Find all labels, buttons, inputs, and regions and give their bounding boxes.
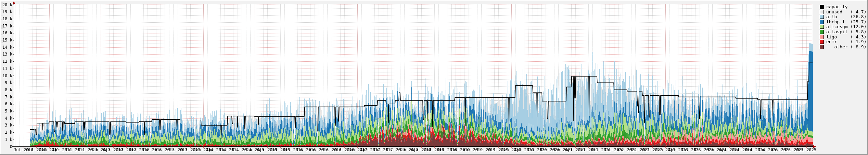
legend-series-share: (36.8): [851, 14, 867, 19]
legend-item-other: other( 8.9): [820, 45, 866, 49]
legend-swatch-atlaspil: [820, 30, 824, 34]
legend-item-ligo: ligo( 4.3): [820, 35, 866, 39]
y-axis-tick-label: 13 k: [0, 52, 12, 56]
chart-canvas: [0, 0, 868, 155]
x-axis-tick-label: Oct-2025: [796, 148, 816, 152]
y-axis-tick-label: 20 k: [0, 3, 12, 7]
y-axis-tick-label: 10 k: [0, 74, 12, 78]
legend-label: lhcbpil(25.7): [826, 20, 866, 24]
y-axis-tick-label: 16 k: [0, 31, 12, 35]
legend-series-name: unused: [826, 10, 851, 14]
y-axis-tick-label: 3 k: [0, 123, 12, 127]
legend-item-enmr: enmr( 1.9): [820, 39, 866, 44]
legend-series-share: ( 8.9): [851, 44, 867, 49]
legend-series-name: enmr: [826, 39, 851, 44]
y-axis-tick-label: 2 k: [0, 130, 12, 134]
y-axis-tick-label: 17 k: [0, 24, 12, 28]
legend-label: alicesgm(12.0): [826, 24, 866, 29]
y-axis-tick-label: 19 k: [0, 10, 12, 14]
legend-label: unused( 4.7): [826, 10, 866, 14]
y-axis-tick-label: 7 k: [0, 95, 12, 99]
legend-series-name: atlaspil: [826, 29, 851, 34]
y-axis-tick-label: 0: [0, 145, 12, 149]
legend-series-name: other: [826, 45, 851, 49]
legend-series-name: capacity: [826, 4, 851, 9]
legend-series-share: ( 5.8): [851, 29, 867, 34]
legend-item-alicesgm: alicesgm(12.0): [820, 24, 866, 29]
legend-label: ligo( 4.3): [826, 35, 866, 39]
legend-item-lhcbpil: lhcbpil(25.7): [820, 20, 866, 24]
y-axis-tick-label: 4 k: [0, 116, 12, 120]
legend-swatch-alicesgm: [820, 25, 824, 29]
y-axis-tick-label: 9 k: [0, 81, 12, 85]
legend-label: other( 8.9): [826, 45, 866, 49]
legend-series-name: alicesgm: [826, 24, 851, 29]
legend-item-atlaspil: atlaspil( 5.8): [820, 29, 866, 34]
legend-swatch-unused: [820, 10, 824, 14]
legend-swatch-enmr: [820, 40, 824, 44]
legend-swatch-lhcbpil: [820, 20, 824, 24]
legend-series-name: atlb: [826, 14, 851, 19]
y-axis-tick-label: 12 k: [0, 59, 12, 63]
y-axis-tick-label: 8 k: [0, 88, 12, 92]
legend-series-share: (12.0): [851, 24, 867, 29]
legend-item-atlb: atlb(36.8): [820, 14, 866, 19]
legend-label: capacity: [826, 4, 851, 9]
legend-series-name: lhcbpil: [826, 20, 851, 24]
y-axis-tick-label: 11 k: [0, 67, 12, 71]
legend-series-share: ( 4.3): [851, 34, 867, 39]
legend-label: atlaspil( 5.8): [826, 29, 866, 34]
legend-swatch-other: [820, 45, 824, 49]
legend-series-share: ( 1.9): [851, 39, 867, 44]
legend-label: enmr( 1.9): [826, 39, 866, 44]
legend-series-share: (25.7): [851, 19, 867, 24]
legend-series-name: ligo: [826, 35, 851, 39]
legend-swatch-atlb: [820, 15, 824, 19]
legend-swatch-capacity: [820, 5, 824, 9]
legend-item-unused: unused( 4.7): [820, 10, 866, 14]
legend-swatch-ligo: [820, 35, 824, 39]
legend-label: atlb(36.8): [826, 14, 866, 19]
y-axis-tick-label: 5 k: [0, 109, 12, 113]
legend-item-capacity: capacity: [820, 4, 851, 9]
y-axis-tick-label: 15 k: [0, 38, 12, 42]
y-axis-tick-label: 18 k: [0, 17, 12, 21]
legend-series-share: ( 4.7): [851, 9, 867, 14]
rrdtool-graph-frame: RRDTOOL / TOBI OETIKER 01 k2 k3 k4 k5 k6…: [0, 0, 868, 155]
y-axis-tick-label: 1 k: [0, 138, 12, 142]
y-axis-tick-label: 6 k: [0, 102, 12, 106]
y-axis-tick-label: 14 k: [0, 45, 12, 49]
